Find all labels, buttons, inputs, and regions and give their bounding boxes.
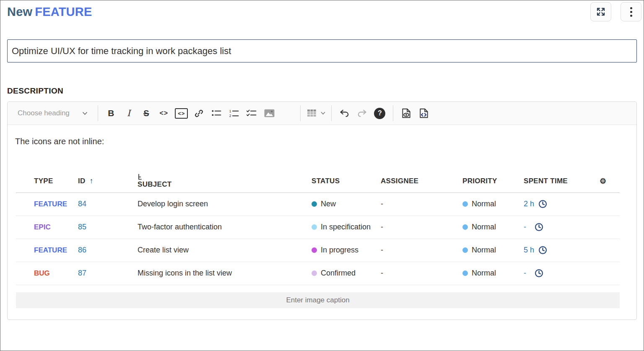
inline-code-button[interactable]: <> xyxy=(155,104,173,122)
strikethrough-icon: S xyxy=(143,109,149,118)
source-button[interactable] xyxy=(415,104,433,122)
link-button[interactable] xyxy=(190,104,208,122)
link-icon xyxy=(194,108,204,119)
column-settings: ⚙ xyxy=(599,170,620,192)
more-options-button[interactable] xyxy=(621,2,641,21)
table-header-row: TYPE ID↑ SUBJECT STATUS ASSIGNEE PRIORIT… xyxy=(16,170,620,192)
column-status: STATUS xyxy=(312,170,381,192)
subject-cell: Develop login screen xyxy=(138,192,312,216)
svg-text:1: 1 xyxy=(229,109,231,113)
description-editor: Choose heading B I S <> <> xyxy=(7,101,637,320)
subject-cell: Two-factor authentication xyxy=(138,216,312,239)
quote-icon: “ xyxy=(282,109,292,118)
redo-button[interactable] xyxy=(353,104,371,122)
table-row[interactable]: FEATURE 86 Create list view In progress … xyxy=(16,239,620,262)
table-row[interactable]: BUG 87 Missing icons in the list view Co… xyxy=(16,262,620,285)
status-label: Confirmed xyxy=(321,269,356,278)
column-id: ID↑ xyxy=(78,170,138,192)
expand-icon xyxy=(595,6,606,17)
status-dot xyxy=(312,201,317,207)
page-header: NewFEATURE xyxy=(0,0,644,21)
table-row[interactable]: FEATURE 84 Develop login screen New - No… xyxy=(16,192,620,216)
bold-icon: B xyxy=(108,108,114,118)
svg-text:2: 2 xyxy=(229,114,231,118)
help-button[interactable]: ? xyxy=(371,104,389,122)
spent-time-link[interactable]: 5 h xyxy=(524,246,534,255)
help-icon: ? xyxy=(374,108,385,119)
numbered-list-icon: 1 2 xyxy=(229,109,239,118)
assignee-cell: - xyxy=(381,192,462,216)
status-label: In specification xyxy=(321,223,371,231)
priority-label: Normal xyxy=(472,223,496,231)
table-row[interactable]: EPIC 85 Two-factor authentication In spe… xyxy=(16,216,620,239)
column-assignee: ASSIGNEE xyxy=(381,170,462,192)
subject-cell: Create list view xyxy=(138,239,312,262)
status-dot xyxy=(312,224,317,230)
type-link[interactable]: BUG xyxy=(34,269,50,277)
todo-list-icon xyxy=(247,109,257,117)
id-link[interactable]: 87 xyxy=(78,269,86,277)
embedded-image-figure[interactable]: TYPE ID↑ SUBJECT STATUS ASSIGNEE PRIORIT… xyxy=(16,170,620,308)
insert-image-button[interactable] xyxy=(261,104,278,122)
priority-label: Normal xyxy=(472,269,496,278)
editor-toolbar: Choose heading B I S <> <> xyxy=(8,102,636,125)
italic-button[interactable]: I xyxy=(120,104,138,122)
id-link[interactable]: 86 xyxy=(78,246,86,254)
spent-time-link[interactable]: - xyxy=(524,223,530,231)
numbered-list-button[interactable]: 1 2 xyxy=(226,104,243,122)
undo-icon xyxy=(340,109,349,117)
italic-icon: I xyxy=(127,108,130,118)
insert-table-button[interactable] xyxy=(305,104,327,122)
new-work-package-page: NewFEATURE DESCRIPTION xyxy=(0,0,644,351)
code-block-icon: <> xyxy=(175,108,188,119)
title-work-package-type: FEATURE xyxy=(35,5,92,18)
preview-button[interactable] xyxy=(397,104,415,122)
column-spent-time: SPENT TIME xyxy=(524,170,599,192)
id-link[interactable]: 85 xyxy=(78,223,86,231)
column-priority: PRIORITY xyxy=(462,170,524,192)
id-link[interactable]: 84 xyxy=(78,200,86,208)
toolbar-divider xyxy=(98,105,98,121)
gear-icon[interactable]: ⚙ xyxy=(599,177,606,185)
heading-dropdown[interactable]: Choose heading xyxy=(11,104,93,122)
toolbar-divider xyxy=(331,105,332,121)
status-label: New xyxy=(321,200,336,208)
priority-dot xyxy=(462,270,468,276)
priority-label: Normal xyxy=(472,200,496,208)
editor-paragraph: The icons are not inline: xyxy=(15,137,629,146)
code-block-button[interactable]: <> xyxy=(173,104,190,122)
source-code-icon xyxy=(418,108,429,119)
type-link[interactable]: FEATURE xyxy=(34,246,67,254)
chevron-down-icon xyxy=(321,112,325,115)
table-icon xyxy=(306,109,317,118)
preview-icon xyxy=(401,108,412,119)
todo-list-button[interactable] xyxy=(243,104,261,122)
heading-dropdown-label: Choose heading xyxy=(18,109,70,117)
status-dot xyxy=(312,270,317,276)
inline-code-icon: <> xyxy=(159,109,168,117)
spent-time-link[interactable]: 2 h xyxy=(524,200,534,208)
redo-icon xyxy=(357,109,367,117)
kebab-menu-icon xyxy=(630,7,632,17)
spent-time-link[interactable]: - xyxy=(524,269,530,278)
bold-button[interactable]: B xyxy=(102,104,120,122)
image-icon xyxy=(264,109,275,118)
subject-input[interactable] xyxy=(7,39,637,62)
status-dot xyxy=(312,247,317,253)
title-prefix: New xyxy=(7,5,32,18)
strikethrough-button[interactable]: S xyxy=(138,104,155,122)
image-caption-input[interactable]: Enter image caption xyxy=(16,292,620,308)
block-quote-button[interactable]: “ xyxy=(278,104,296,122)
assignee-cell: - xyxy=(381,262,462,285)
expand-fullscreen-button[interactable] xyxy=(590,2,611,21)
sort-ascending-icon: ↑ xyxy=(90,177,93,185)
work-package-table: TYPE ID↑ SUBJECT STATUS ASSIGNEE PRIORIT… xyxy=(16,170,620,285)
type-link[interactable]: FEATURE xyxy=(34,200,67,208)
clock-icon xyxy=(538,246,547,255)
editor-content[interactable]: The icons are not inline: TYPE ID↑ SUBJE… xyxy=(8,125,636,320)
column-subject: SUBJECT xyxy=(138,170,312,192)
bulleted-list-button[interactable] xyxy=(208,104,226,122)
undo-button[interactable] xyxy=(336,104,353,122)
type-link[interactable]: EPIC xyxy=(34,223,51,231)
hierarchy-icon xyxy=(138,174,143,180)
